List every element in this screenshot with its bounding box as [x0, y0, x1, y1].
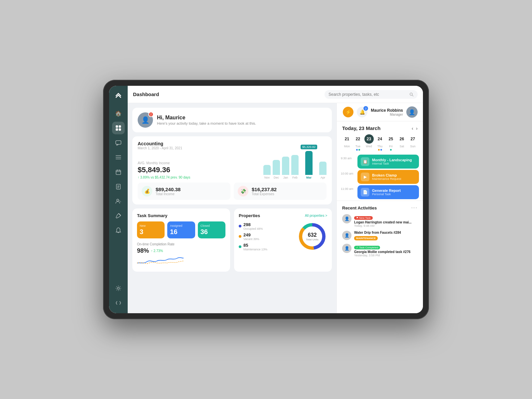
- badge-label: Closed: [200, 224, 223, 227]
- tablet-screen: 🏠: [109, 86, 423, 313]
- schedule-item-generate-report[interactable]: 📄 Generate Report Personal Task: [357, 185, 419, 199]
- avatar-wrap: 👤 2: [138, 112, 153, 128]
- schedule-row-1: 10:00 am ▶ Broken Clamp Maintenance Requ…: [341, 170, 419, 184]
- activity-time: Yesterday, 3:58 PM: [354, 254, 411, 257]
- sparkline: [137, 256, 225, 267]
- sidebar-item-calendar[interactable]: [112, 166, 125, 178]
- bar-feb[interactable]: [291, 155, 299, 175]
- day-label-fri: Fri: [389, 145, 393, 148]
- up-arrow-icon: ↑: [138, 176, 139, 179]
- sidebar: 🏠: [109, 86, 128, 313]
- svg-rect-1: [119, 125, 121, 128]
- day-num-27[interactable]: 27: [408, 134, 418, 144]
- sidebar-item-list[interactable]: [112, 151, 125, 164]
- calendar-nav[interactable]: ‹ ›: [412, 125, 418, 131]
- day-col-22[interactable]: 22Tue: [353, 134, 363, 151]
- schedule-row-0: 9:30 am 📋 Monthly - Landscaping Internal…: [341, 155, 419, 169]
- badge-label: New: [140, 224, 162, 227]
- day-col-23[interactable]: 23Wed: [364, 134, 374, 151]
- user-role: Manager: [371, 113, 403, 116]
- user-name: Maurice Robbins: [371, 108, 403, 113]
- main-content: Dashboard 👤 2: [128, 86, 423, 313]
- day-num-22[interactable]: 22: [353, 134, 363, 144]
- total-income-label: Total Income: [156, 192, 181, 196]
- bar-label-nov: Nov: [264, 176, 270, 179]
- avg-change: ↑ 3.89% vs $5,432.74 prev. 90 days: [138, 176, 258, 179]
- sidebar-item-dashboard[interactable]: [112, 122, 125, 134]
- day-dot: [380, 149, 382, 151]
- sched-icon: 📄: [361, 188, 369, 197]
- today-label: Today, 23 March: [342, 125, 380, 131]
- properties-body: 298 Occupied 48% 249 Vacant 39% 85 Maint…: [239, 221, 327, 251]
- total-income-value: $89,240.38: [156, 187, 181, 192]
- task-summary-card: Task Summary New3Assigned16Closed36 On-t…: [132, 208, 230, 272]
- sched-text: Broken Clamp Maintenance Request: [372, 173, 401, 181]
- right-panel: ⚡ 🔔 2 Maurice Robbins Manager 👤: [336, 103, 423, 313]
- avg-value: $5,849.36: [138, 166, 258, 174]
- properties-header: Properties All properties >: [239, 213, 327, 218]
- property-list: 298 Occupied 48% 249 Vacant 39% 85 Maint…: [239, 222, 293, 251]
- day-col-24[interactable]: 24Thu: [375, 134, 385, 151]
- svg-point-19: [410, 93, 412, 95]
- bar-col-nov: Nov: [263, 165, 271, 179]
- day-col-21[interactable]: 21Mon: [342, 134, 352, 151]
- prev-month-button[interactable]: ‹: [412, 125, 413, 131]
- welcome-text: Hi, Maurice Here's your activity today, …: [157, 115, 256, 125]
- schedule-section: 9:30 am 📋 Monthly - Landscaping Internal…: [337, 155, 423, 200]
- day-num-24[interactable]: 24: [375, 134, 385, 144]
- accounting-title: Accounting: [138, 141, 327, 146]
- day-num-23[interactable]: 23: [364, 134, 374, 144]
- sidebar-item-tools[interactable]: [112, 209, 125, 222]
- day-num-26[interactable]: 26: [397, 134, 407, 144]
- all-properties-link[interactable]: All properties >: [305, 214, 327, 217]
- recent-more-button[interactable]: ···: [411, 205, 418, 211]
- activity-text: Water Drip from Faucets #284: [354, 231, 401, 234]
- bar-apr[interactable]: [319, 162, 327, 175]
- activity-item-1: 👤 Water Drip from Faucets #284 MAINTENAN…: [342, 231, 418, 240]
- sidebar-item-users[interactable]: [112, 195, 125, 207]
- sidebar-item-settings[interactable]: [112, 282, 125, 295]
- task-badge-closed: Closed36: [198, 221, 225, 238]
- notification-badge: 2: [363, 106, 368, 111]
- prop-dot: [239, 245, 241, 248]
- activity-item-0: 👤 ⚑ New Task Logan Harrington created ne…: [342, 214, 418, 227]
- sched-sub: Internal Task: [372, 162, 412, 165]
- schedule-row-2: 11:00 am 📄 Generate Report Personal Task: [341, 185, 419, 199]
- day-col-27[interactable]: 27Sun: [408, 134, 418, 151]
- search-box[interactable]: [325, 90, 418, 99]
- svg-point-16: [117, 199, 119, 201]
- time-label: 10:00 am: [341, 170, 355, 175]
- donut-chart: 632 Total Units: [297, 221, 327, 251]
- avatar-badge: 2: [148, 112, 154, 117]
- svg-rect-3: [119, 128, 121, 131]
- sidebar-item-alerts[interactable]: [112, 224, 125, 237]
- sidebar-item-home[interactable]: 🏠: [112, 107, 125, 120]
- activity-time: Today, 9:48 AM: [354, 224, 412, 227]
- completion-change: ↑ 2.73%: [151, 249, 163, 253]
- schedule-item-broken-clamp[interactable]: ▶ Broken Clamp Maintenance Request: [357, 170, 419, 184]
- time-label: 9:30 am: [341, 155, 355, 160]
- bar-dec[interactable]: [273, 160, 280, 175]
- day-num-25[interactable]: 25: [386, 134, 396, 144]
- sidebar-item-reports[interactable]: [112, 180, 125, 193]
- day-num-21[interactable]: 21: [342, 134, 352, 144]
- welcome-subtitle: Here's your activity today, take a momen…: [157, 121, 256, 125]
- next-month-button[interactable]: ›: [416, 125, 418, 131]
- day-col-26[interactable]: 26Sat: [397, 134, 407, 151]
- activity-content: ✓ Task Completed Georgia Mollie complete…: [354, 244, 411, 257]
- activity-content: ⚑ New Task Logan Harrington created new …: [354, 214, 412, 227]
- sidebar-item-expand[interactable]: [112, 297, 125, 309]
- lightning-button[interactable]: ⚡: [343, 107, 353, 117]
- notification-button[interactable]: 🔔 2: [357, 107, 367, 117]
- activity-text: Logan Harrington created new mai...: [354, 220, 412, 224]
- search-input[interactable]: [329, 92, 407, 97]
- day-col-25[interactable]: 25Fri: [386, 134, 396, 151]
- accounting-date-range: March 1, 2020 - April 31, 2021: [138, 146, 327, 150]
- bar-jan[interactable]: [282, 157, 289, 175]
- property-item-vacant: 249 Vacant 39%: [239, 232, 293, 241]
- bar-mar[interactable]: [305, 151, 313, 175]
- bar-nov[interactable]: [263, 165, 271, 175]
- prop-label: Vacant 39%: [243, 237, 259, 241]
- sidebar-item-messages[interactable]: [112, 136, 125, 149]
- schedule-item-monthly---landscaping[interactable]: 📋 Monthly - Landscaping Internal Task: [357, 155, 419, 169]
